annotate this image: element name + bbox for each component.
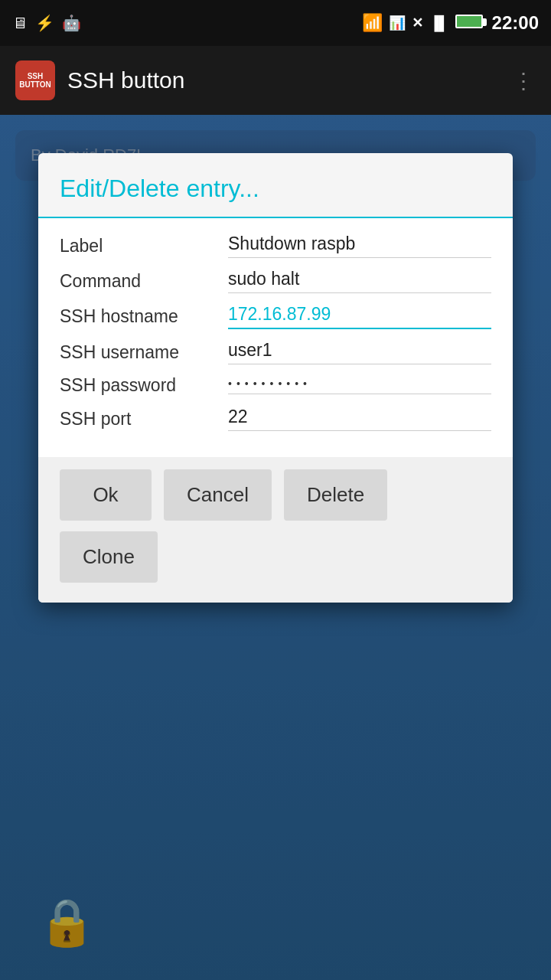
- status-bar-right: 📶 📊 ✕ ▐▌ 22:00: [362, 12, 539, 34]
- time-display: 22:00: [492, 12, 539, 34]
- label-input[interactable]: Shutdown raspb: [228, 232, 355, 255]
- username-row: SSH username user1: [60, 340, 491, 368]
- primary-buttons-row: Ok Cancel Delete: [60, 469, 491, 521]
- port-field-label: SSH port: [60, 409, 228, 430]
- port-input-container: 22: [228, 407, 491, 431]
- app-icon: SSHBUTTON: [15, 60, 55, 100]
- port-input[interactable]: 22: [228, 405, 248, 428]
- app-bar: SSHBUTTON SSH button ⋮: [0, 46, 551, 115]
- cancel-button[interactable]: Cancel: [164, 469, 272, 521]
- app-menu-button[interactable]: ⋮: [513, 68, 536, 93]
- wifi-icon: 📶: [362, 13, 383, 33]
- monitor-icon: 🖥: [12, 15, 28, 32]
- password-input[interactable]: ••••••••••: [228, 373, 311, 394]
- android-icon: 🤖: [62, 14, 81, 32]
- hostname-input[interactable]: 172.16.87.99: [228, 302, 331, 325]
- app-icon-label: SSHBUTTON: [19, 72, 51, 89]
- ok-button[interactable]: Ok: [60, 469, 152, 521]
- delete-button[interactable]: Delete: [284, 469, 387, 521]
- command-row: Command sudo halt: [60, 269, 491, 296]
- label-row: Label Shutdown raspb: [60, 234, 491, 261]
- hostname-row: SSH hostname 172.16.87.99: [60, 304, 491, 332]
- command-input-container: sudo halt: [228, 269, 491, 293]
- status-bar: 🖥 ⚡ 🤖 📶 📊 ✕ ▐▌ 22:00: [0, 0, 551, 46]
- app-title: SSH button: [67, 67, 500, 93]
- command-input[interactable]: sudo halt: [228, 267, 299, 290]
- label-field-label: Label: [60, 236, 228, 256]
- dialog-body: Label Shutdown raspb Command sudo halt S…: [38, 218, 513, 457]
- label-input-container: Shutdown raspb: [228, 234, 491, 258]
- sim-icon: 📊: [389, 15, 406, 31]
- status-bar-left: 🖥 ⚡ 🤖: [12, 14, 81, 32]
- password-field-label: SSH password: [60, 375, 228, 396]
- signal-icon: ✕: [412, 15, 423, 31]
- secondary-buttons-row: Clone: [60, 531, 491, 583]
- dialog-title: Edit/Delete entry...: [38, 153, 513, 218]
- hostname-field-label: SSH hostname: [60, 306, 228, 327]
- username-input-container: user1: [228, 340, 491, 364]
- usb-icon: ⚡: [35, 14, 54, 32]
- username-input[interactable]: user1: [228, 338, 272, 361]
- dialog-actions: Ok Cancel Delete Clone: [38, 457, 513, 603]
- clone-button[interactable]: Clone: [60, 531, 158, 583]
- edit-delete-dialog: Edit/Delete entry... Label Shutdown rasp…: [38, 153, 513, 603]
- port-row: SSH port 22: [60, 407, 491, 434]
- hostname-input-container: 172.16.87.99: [228, 304, 491, 329]
- password-input-container: ••••••••••: [228, 377, 491, 394]
- command-field-label: Command: [60, 271, 228, 292]
- password-row: SSH password ••••••••••: [60, 375, 491, 399]
- username-field-label: SSH username: [60, 342, 228, 363]
- battery-icon: [455, 13, 483, 33]
- signal-bars-icon: ▐▌: [429, 15, 449, 31]
